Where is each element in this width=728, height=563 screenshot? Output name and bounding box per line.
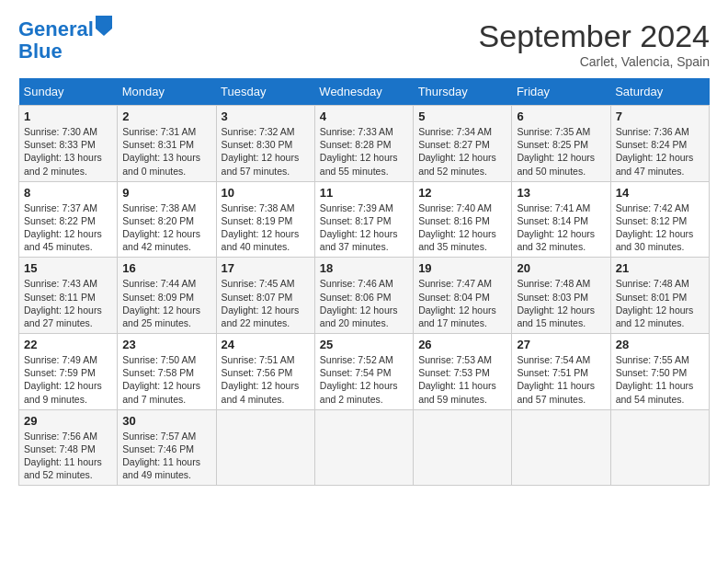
day-number: 25: [320, 338, 408, 351]
day-cell-17: 17 Sunrise: 7:45 AMSunset: 8:07 PMDaylig…: [216, 258, 314, 334]
day-info: Sunrise: 7:50 AMSunset: 7:58 PMDaylight:…: [122, 354, 200, 405]
day-number: 21: [616, 261, 704, 275]
day-number: 18: [320, 261, 408, 275]
day-number: 3: [222, 109, 310, 123]
day-number: 20: [517, 261, 605, 275]
day-cell-18: 18 Sunrise: 7:46 AMSunset: 8:06 PMDaylig…: [314, 258, 413, 334]
day-cell-15: 15 Sunrise: 7:43 AMSunset: 8:11 PMDaylig…: [19, 258, 118, 334]
day-info: Sunrise: 7:47 AMSunset: 8:04 PMDaylight:…: [418, 278, 496, 328]
day-number: 8: [24, 186, 112, 200]
calendar-week-2: 8 Sunrise: 7:37 AMSunset: 8:22 PMDayligh…: [19, 181, 710, 258]
day-number: 6: [517, 109, 605, 123]
day-cell-5: 5 Sunrise: 7:34 AMSunset: 8:27 PMDayligh…: [414, 106, 512, 182]
day-number: 9: [122, 186, 210, 200]
day-info: Sunrise: 7:49 AMSunset: 7:59 PMDaylight:…: [24, 354, 102, 405]
calendar-week-1: 1 Sunrise: 7:30 AMSunset: 8:33 PMDayligh…: [19, 106, 710, 182]
day-cell-1: 1 Sunrise: 7:30 AMSunset: 8:33 PMDayligh…: [19, 106, 118, 182]
day-number: 26: [418, 338, 506, 351]
day-cell-22: 22 Sunrise: 7:49 AMSunset: 7:59 PMDaylig…: [19, 334, 118, 410]
day-cell-13: 13 Sunrise: 7:41 AMSunset: 8:14 PMDaylig…: [512, 181, 610, 258]
title-section: September 2024 Carlet, Valencia, Spain: [479, 18, 710, 69]
day-info: Sunrise: 7:41 AMSunset: 8:14 PMDaylight:…: [517, 202, 595, 253]
day-cell-26: 26 Sunrise: 7:53 AMSunset: 7:53 PMDaylig…: [414, 334, 512, 410]
day-cell-25: 25 Sunrise: 7:52 AMSunset: 7:54 PMDaylig…: [314, 334, 413, 410]
day-info: Sunrise: 7:36 AMSunset: 8:24 PMDaylight:…: [616, 126, 694, 177]
day-info: Sunrise: 7:52 AMSunset: 7:54 PMDaylight:…: [320, 354, 398, 405]
day-cell-11: 11 Sunrise: 7:39 AMSunset: 8:17 PMDaylig…: [314, 181, 413, 258]
day-cell-3: 3 Sunrise: 7:32 AMSunset: 8:30 PMDayligh…: [216, 106, 314, 182]
day-cell-12: 12 Sunrise: 7:40 AMSunset: 8:16 PMDaylig…: [414, 181, 512, 258]
calendar-table: Sunday Monday Tuesday Wednesday Thursday…: [18, 78, 710, 486]
day-info: Sunrise: 7:42 AMSunset: 8:12 PMDaylight:…: [616, 202, 694, 253]
day-number: 30: [122, 414, 210, 428]
day-number: 15: [24, 261, 112, 275]
day-number: 4: [320, 109, 408, 123]
header-friday: Friday: [512, 78, 610, 106]
day-cell-27: 27 Sunrise: 7:54 AMSunset: 7:51 PMDaylig…: [512, 334, 610, 410]
day-cell-4: 4 Sunrise: 7:33 AMSunset: 8:28 PMDayligh…: [314, 106, 413, 182]
day-cell-9: 9 Sunrise: 7:38 AMSunset: 8:20 PMDayligh…: [118, 181, 216, 258]
empty-cell: [512, 409, 610, 486]
logo: General Blue: [18, 18, 112, 63]
day-info: Sunrise: 7:43 AMSunset: 8:11 PMDaylight:…: [24, 278, 102, 328]
day-info: Sunrise: 7:37 AMSunset: 8:22 PMDaylight:…: [24, 202, 102, 253]
day-cell-24: 24 Sunrise: 7:51 AMSunset: 7:56 PMDaylig…: [216, 334, 314, 410]
day-info: Sunrise: 7:53 AMSunset: 7:53 PMDaylight:…: [418, 354, 496, 405]
day-number: 17: [222, 261, 310, 275]
day-cell-21: 21 Sunrise: 7:48 AMSunset: 8:01 PMDaylig…: [610, 258, 709, 334]
weekday-header-row: Sunday Monday Tuesday Wednesday Thursday…: [19, 78, 710, 106]
page-header: General Blue September 2024 Carlet, Vale…: [18, 18, 710, 69]
day-cell-23: 23 Sunrise: 7:50 AMSunset: 7:58 PMDaylig…: [118, 334, 216, 410]
day-number: 12: [418, 186, 506, 200]
day-info: Sunrise: 7:39 AMSunset: 8:17 PMDaylight:…: [320, 202, 398, 253]
day-info: Sunrise: 7:34 AMSunset: 8:27 PMDaylight:…: [418, 126, 496, 177]
header-wednesday: Wednesday: [314, 78, 413, 106]
day-cell-7: 7 Sunrise: 7:36 AMSunset: 8:24 PMDayligh…: [610, 106, 709, 182]
day-cell-20: 20 Sunrise: 7:48 AMSunset: 8:03 PMDaylig…: [512, 258, 610, 334]
day-cell-30: 30 Sunrise: 7:57 AMSunset: 7:46 PMDaylig…: [118, 409, 216, 486]
day-cell-16: 16 Sunrise: 7:44 AMSunset: 8:09 PMDaylig…: [118, 258, 216, 334]
day-cell-8: 8 Sunrise: 7:37 AMSunset: 8:22 PMDayligh…: [19, 181, 118, 258]
day-cell-2: 2 Sunrise: 7:31 AMSunset: 8:31 PMDayligh…: [118, 106, 216, 182]
day-number: 2: [122, 109, 210, 123]
day-info: Sunrise: 7:57 AMSunset: 7:46 PMDaylight:…: [122, 431, 200, 481]
day-number: 14: [616, 186, 704, 200]
day-number: 24: [222, 338, 310, 351]
calendar-week-3: 15 Sunrise: 7:43 AMSunset: 8:11 PMDaylig…: [19, 258, 710, 334]
day-number: 13: [517, 186, 605, 200]
subtitle: Carlet, Valencia, Spain: [479, 54, 710, 69]
logo-text: General Blue: [18, 18, 112, 63]
day-number: 7: [616, 109, 704, 123]
month-title: September 2024: [479, 18, 710, 54]
day-info: Sunrise: 7:33 AMSunset: 8:28 PMDaylight:…: [320, 126, 398, 177]
day-info: Sunrise: 7:46 AMSunset: 8:06 PMDaylight:…: [320, 278, 398, 328]
day-cell-28: 28 Sunrise: 7:55 AMSunset: 7:50 PMDaylig…: [610, 334, 709, 410]
day-number: 16: [122, 261, 210, 275]
header-saturday: Saturday: [610, 78, 709, 106]
day-info: Sunrise: 7:35 AMSunset: 8:25 PMDaylight:…: [517, 126, 595, 177]
day-info: Sunrise: 7:51 AMSunset: 7:56 PMDaylight:…: [222, 354, 300, 405]
svg-marker-0: [96, 16, 112, 36]
day-number: 11: [320, 186, 408, 200]
empty-cell: [610, 409, 709, 486]
day-info: Sunrise: 7:38 AMSunset: 8:19 PMDaylight:…: [222, 202, 300, 253]
day-info: Sunrise: 7:48 AMSunset: 8:01 PMDaylight:…: [616, 278, 694, 328]
day-number: 10: [222, 186, 310, 200]
day-number: 23: [122, 338, 210, 351]
header-sunday: Sunday: [19, 78, 118, 106]
day-number: 22: [24, 338, 112, 351]
empty-cell: [216, 409, 314, 486]
calendar-week-5: 29 Sunrise: 7:56 AMSunset: 7:48 PMDaylig…: [19, 409, 710, 486]
header-tuesday: Tuesday: [216, 78, 314, 106]
day-info: Sunrise: 7:56 AMSunset: 7:48 PMDaylight:…: [24, 431, 102, 481]
day-number: 27: [517, 338, 605, 351]
day-info: Sunrise: 7:38 AMSunset: 8:20 PMDaylight:…: [122, 202, 200, 253]
day-cell-14: 14 Sunrise: 7:42 AMSunset: 8:12 PMDaylig…: [610, 181, 709, 258]
header-monday: Monday: [118, 78, 216, 106]
empty-cell: [414, 409, 512, 486]
header-thursday: Thursday: [414, 78, 512, 106]
day-info: Sunrise: 7:45 AMSunset: 8:07 PMDaylight:…: [222, 278, 300, 328]
day-cell-19: 19 Sunrise: 7:47 AMSunset: 8:04 PMDaylig…: [414, 258, 512, 334]
day-info: Sunrise: 7:30 AMSunset: 8:33 PMDaylight:…: [24, 126, 102, 177]
day-info: Sunrise: 7:32 AMSunset: 8:30 PMDaylight:…: [222, 126, 300, 177]
